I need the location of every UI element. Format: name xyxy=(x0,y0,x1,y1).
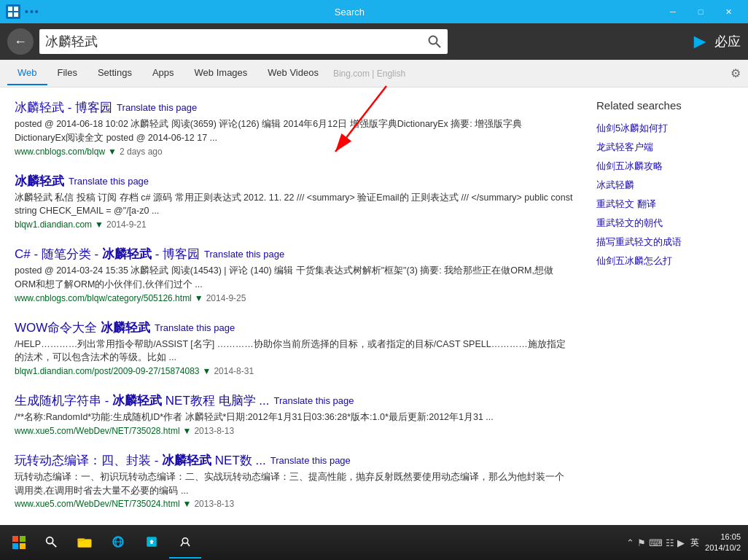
svg-line-21 xyxy=(187,543,190,547)
search-button[interactable] xyxy=(427,34,442,49)
svg-rect-1 xyxy=(14,7,18,11)
bing-watermark: Bing.com | English xyxy=(333,69,405,79)
chevron-up-icon[interactable]: ⌃ xyxy=(626,537,634,548)
bing-symbol: ► xyxy=(690,30,710,53)
related-item[interactable]: 龙武轻客户端 xyxy=(596,138,739,157)
related-item[interactable]: 冰武轻麟 xyxy=(596,176,739,195)
taskbar-icons xyxy=(35,526,626,559)
result-title[interactable]: 玩转动态编译：四、封装 - 冰麟轻武 NET数 ... Translate th… xyxy=(15,452,351,469)
svg-line-20 xyxy=(181,543,183,547)
related-item[interactable]: 重武轻文的朝代 xyxy=(596,214,739,233)
svg-rect-9 xyxy=(20,536,26,542)
related-title: Related searches xyxy=(596,99,739,112)
svg-line-5 xyxy=(437,44,441,48)
main-content: 冰麟轻武 - 博客园 Translate this page posted @ … xyxy=(0,88,748,525)
translate-link[interactable]: Translate this page xyxy=(204,249,284,260)
result-title[interactable]: 冰麟轻武 Translate this page xyxy=(15,173,149,190)
taskbar-explorer[interactable] xyxy=(69,526,101,559)
bing-label: 必应 xyxy=(714,33,741,50)
tab-files[interactable]: Files xyxy=(47,61,87,85)
clock-date: 2014/10/2 xyxy=(705,542,741,553)
result-title-text: 玩转动态编译：四、封装 - 冰麟轻武 NET数 ... xyxy=(15,452,266,469)
settings-icon-button[interactable]: ⚙ xyxy=(731,66,741,80)
clock-time: 16:05 xyxy=(705,532,741,542)
svg-point-12 xyxy=(47,537,53,544)
result-title-text: C# - 随笔分类 - 冰麟轻武 - 博客园 xyxy=(15,246,200,262)
translate-link[interactable]: Translate this page xyxy=(117,102,197,113)
tab-web[interactable]: Web xyxy=(7,61,47,85)
close-button[interactable]: ✕ xyxy=(714,0,742,23)
result-item: 玩转动态编译：四、封装 - 冰麟轻武 NET数 ... Translate th… xyxy=(15,452,573,510)
related-item[interactable]: 仙剑5冰麟如何打 xyxy=(596,119,739,138)
language-button[interactable]: 英 xyxy=(687,535,702,551)
result-url: www.cnblogs.com/blqw/category/505126.htm… xyxy=(15,293,573,303)
window-controls: ─ □ ✕ xyxy=(659,0,742,23)
network-icon[interactable]: ☷ xyxy=(666,537,674,548)
app-icon xyxy=(6,4,20,19)
result-url: www.cnblogs.com/blqw ▼ 2 days ago xyxy=(15,147,573,157)
result-item: 生成随机字符串 - 冰麟轻武 NET教程 电脑学 ... Translate t… xyxy=(15,392,573,436)
result-url: blqw1.diandian.com/post/2009-09-27/15874… xyxy=(15,366,573,376)
header: ← ► 必应 xyxy=(0,23,748,60)
svg-point-4 xyxy=(429,36,437,44)
result-title-text: WOW命令大全 冰麟轻武 xyxy=(15,319,150,336)
svg-rect-10 xyxy=(12,543,18,549)
taskbar-ie[interactable] xyxy=(102,526,134,559)
keyboard-icon: ⌨ xyxy=(649,537,663,548)
tab-apps[interactable]: Apps xyxy=(142,61,184,85)
result-snippet: 冰麟轻武 私信 投稿 订阅 存档 c# 源码 常用正则表达式 2012. 11.… xyxy=(15,191,573,219)
bing-logo: ► 必应 xyxy=(690,30,741,53)
search-input[interactable] xyxy=(45,34,427,50)
result-title[interactable]: C# - 随笔分类 - 冰麟轻武 - 博客园 Translate this pa… xyxy=(15,246,284,262)
result-url: www.xue5.com/WebDev/NET/735028.html ▼ 20… xyxy=(15,426,573,436)
search-results: 冰麟轻武 - 博客园 Translate this page posted @ … xyxy=(0,88,588,525)
volume-icon[interactable]: ▶ xyxy=(677,537,685,548)
related-item[interactable]: 仙剑五冰麟攻略 xyxy=(596,157,739,176)
svg-rect-11 xyxy=(20,543,26,549)
result-item: 冰麟轻武 - 博客园 Translate this page posted @ … xyxy=(15,99,573,157)
related-searches: Related searches 仙剑5冰麟如何打 龙武轻客户端 仙剑五冰麟攻略… xyxy=(588,88,748,525)
result-title-text: 生成随机字符串 - 冰麟轻武 NET教程 电脑学 ... xyxy=(15,392,269,409)
taskbar-app[interactable] xyxy=(169,526,201,559)
translate-link[interactable]: Translate this page xyxy=(273,395,354,406)
taskbar: ⌃ ⚑ ⌨ ☷ ▶ 英 16:05 2014/10/2 xyxy=(0,525,748,560)
result-snippet: posted @ 2014-06-18 10:02 冰麟轻武 阅读(3659) … xyxy=(15,117,573,145)
search-bar xyxy=(39,29,448,54)
result-title[interactable]: 生成随机字符串 - 冰麟轻武 NET教程 电脑学 ... Translate t… xyxy=(15,392,354,409)
result-item: WOW命令大全 冰麟轻武 Translate this page /HELP……… xyxy=(15,319,573,377)
result-item: 冰麟轻武 Translate this page 冰麟轻武 私信 投稿 订阅 存… xyxy=(15,173,573,230)
result-title-text: 冰麟轻武 xyxy=(15,173,64,190)
start-button[interactable] xyxy=(3,526,35,559)
translate-link[interactable]: Translate this page xyxy=(270,455,351,466)
sys-tray-icons: ⌃ ⚑ ⌨ ☷ ▶ 英 xyxy=(626,535,702,551)
translate-link[interactable]: Translate this page xyxy=(69,176,149,187)
system-tray: ⌃ ⚑ ⌨ ☷ ▶ 英 16:05 2014/10/2 xyxy=(626,532,745,554)
taskbar-search[interactable] xyxy=(35,526,67,559)
maximize-button[interactable]: □ xyxy=(687,0,714,23)
svg-rect-8 xyxy=(12,536,18,542)
app-dots: ••• xyxy=(25,6,40,18)
result-title-text: 冰麟轻武 - 博客园 xyxy=(15,99,112,116)
window-title: Search xyxy=(40,7,659,18)
related-item[interactable]: 仙剑五冰麟怎么打 xyxy=(596,252,739,271)
flag-icon[interactable]: ⚑ xyxy=(637,537,646,548)
result-snippet: 玩转动态编译：一、初识玩转动态编译：二、实战玩转动态编译：三、提高性能，抛弃反射… xyxy=(15,470,573,498)
minimize-button[interactable]: ─ xyxy=(659,0,687,23)
taskbar-store[interactable] xyxy=(136,526,168,559)
result-snippet: /HELP…………列出常用指令帮助/ASSIST [名字] …………协助你当前所… xyxy=(15,338,573,365)
related-item[interactable]: 描写重武轻文的成语 xyxy=(596,233,739,252)
related-item[interactable]: 重武轻文 翻译 xyxy=(596,195,739,214)
back-button[interactable]: ← xyxy=(7,28,34,55)
result-url: www.xue5.com/WebDev/NET/735024.html ▼ 20… xyxy=(15,499,573,509)
svg-rect-2 xyxy=(8,12,12,17)
tab-web-videos[interactable]: Web Videos xyxy=(257,61,329,85)
system-clock[interactable]: 16:05 2014/10/2 xyxy=(705,532,741,554)
svg-point-19 xyxy=(182,538,188,544)
svg-line-13 xyxy=(52,543,56,547)
tab-settings[interactable]: Settings xyxy=(87,61,142,85)
result-title[interactable]: 冰麟轻武 - 博客园 Translate this page xyxy=(15,99,197,116)
translate-link[interactable]: Translate this page xyxy=(155,322,235,333)
svg-rect-3 xyxy=(14,12,18,17)
result-title[interactable]: WOW命令大全 冰麟轻武 Translate this page xyxy=(15,319,235,336)
tab-web-images[interactable]: Web Images xyxy=(184,61,258,85)
